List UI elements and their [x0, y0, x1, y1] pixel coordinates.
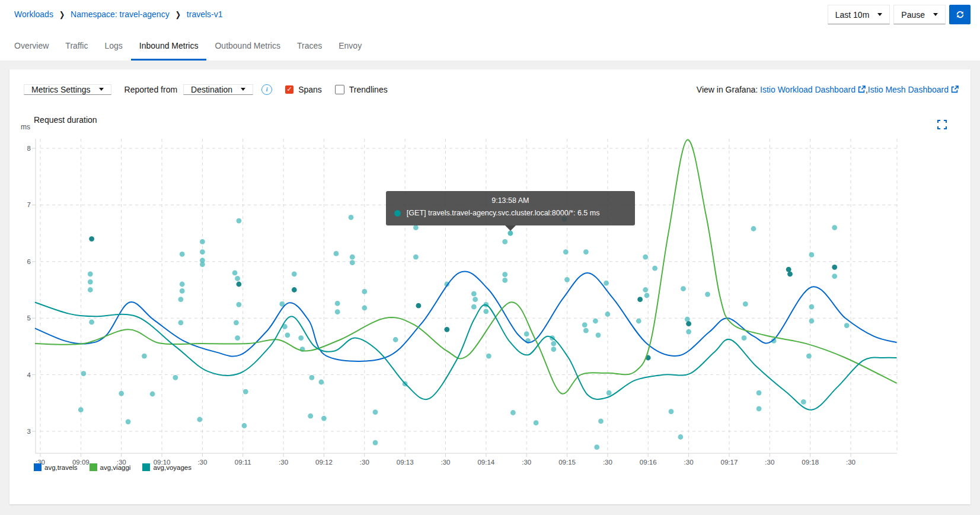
span-dot[interactable] — [119, 391, 124, 396]
span-dot[interactable] — [681, 286, 686, 291]
span-dot[interactable] — [756, 390, 762, 396]
span-dot[interactable] — [180, 282, 185, 287]
span-dot[interactable] — [235, 276, 240, 281]
legend-item-viaggi[interactable]: avg,viaggi — [90, 463, 131, 471]
reported-from-select[interactable]: Destination — [183, 84, 253, 95]
span-dot[interactable] — [669, 409, 674, 414]
request-duration-chart[interactable]: 345678:3009:09:3009:10:3009:11:3009:12:3… — [9, 129, 971, 470]
span-dot[interactable] — [652, 266, 657, 271]
span-dot[interactable] — [362, 289, 367, 294]
metrics-settings-select[interactable]: Metrics Settings — [24, 84, 111, 95]
span-dot[interactable] — [373, 409, 378, 415]
legend-item-voyages[interactable]: avg,voyages — [142, 463, 191, 471]
span-dot[interactable] — [150, 392, 155, 397]
span-dot[interactable] — [743, 301, 748, 307]
span-dot[interactable] — [534, 420, 539, 425]
span-dot[interactable] — [809, 319, 815, 324]
span-dot[interactable] — [237, 282, 242, 287]
span-dot[interactable] — [551, 341, 556, 346]
spans-checkbox[interactable]: ✓ Spans — [285, 85, 322, 94]
span-dot[interactable] — [756, 406, 762, 411]
hovered-span-dot[interactable] — [507, 230, 513, 237]
span-dot[interactable] — [197, 417, 202, 422]
span-dot[interactable] — [308, 414, 313, 419]
span-dot[interactable] — [413, 225, 419, 230]
span-dot[interactable] — [200, 262, 205, 267]
span-dot[interactable] — [685, 317, 690, 322]
span-dot[interactable] — [232, 271, 238, 276]
span-dot[interactable] — [486, 354, 491, 359]
grafana-workload-dashboard-link[interactable]: Istio Workload Dashboard — [760, 85, 855, 94]
span-dot[interactable] — [416, 303, 422, 309]
span-dot[interactable] — [81, 371, 87, 376]
breadcrumb-workload-name[interactable]: travels-v1 — [187, 9, 223, 19]
span-dot[interactable] — [596, 332, 601, 338]
duration-select[interactable]: Last 10m — [828, 5, 890, 24]
span-dot[interactable] — [89, 236, 94, 241]
tab-outbound-metrics[interactable]: Outbound Metrics — [206, 31, 289, 61]
span-dot[interactable] — [321, 416, 327, 421]
span-dot[interactable] — [809, 304, 815, 310]
span-dot[interactable] — [78, 407, 84, 412]
span-dot[interactable] — [636, 319, 641, 324]
breadcrumb-workloads[interactable]: Workloads — [14, 9, 53, 19]
tab-traffic[interactable]: Traffic — [57, 31, 96, 61]
span-dot[interactable] — [180, 252, 185, 257]
span-dot[interactable] — [832, 225, 837, 230]
span-dot[interactable] — [292, 271, 297, 276]
span-dot[interactable] — [242, 423, 247, 428]
span-dot[interactable] — [473, 297, 478, 302]
span-dot[interactable] — [444, 327, 449, 332]
span-dot[interactable] — [285, 332, 291, 338]
span-dot[interactable] — [142, 354, 147, 359]
span-dot[interactable] — [502, 272, 507, 277]
span-dot[interactable] — [173, 375, 178, 380]
span-dot[interactable] — [413, 255, 419, 260]
span-dot[interactable] — [605, 311, 611, 317]
span-dot[interactable] — [806, 354, 812, 359]
span-dot[interactable] — [350, 255, 355, 260]
span-dot[interactable] — [686, 329, 691, 335]
span-dot[interactable] — [510, 410, 516, 415]
span-dot[interactable] — [180, 288, 185, 294]
span-dot[interactable] — [335, 301, 340, 306]
span-dot[interactable] — [471, 291, 477, 297]
span-dot[interactable] — [349, 215, 354, 220]
span-dot[interactable] — [88, 279, 93, 285]
grafana-mesh-dashboard-link[interactable]: Istio Mesh Dashboard — [868, 85, 949, 94]
span-dot[interactable] — [88, 287, 93, 293]
refresh-interval-select[interactable]: Pause — [893, 5, 946, 24]
span-dot[interactable] — [564, 277, 570, 282]
span-dot[interactable] — [502, 239, 507, 244]
span-dot[interactable] — [637, 297, 643, 302]
span-dot[interactable] — [787, 271, 793, 276]
span-dot[interactable] — [334, 251, 339, 256]
tab-inbound-metrics[interactable]: Inbound Metrics — [131, 31, 207, 61]
span-dot[interactable] — [335, 309, 340, 314]
tab-envoy[interactable]: Envoy — [330, 31, 370, 61]
span-dot[interactable] — [234, 320, 239, 325]
span-dot[interactable] — [643, 255, 648, 260]
span-dot[interactable] — [243, 389, 248, 395]
span-dot[interactable] — [643, 287, 648, 293]
trendlines-checkbox[interactable]: Trendlines — [335, 85, 388, 94]
span-dot[interactable] — [350, 260, 355, 265]
expand-chart-icon[interactable] — [937, 120, 947, 129]
span-dot[interactable] — [319, 380, 324, 385]
span-dot[interactable] — [583, 249, 589, 255]
span-dot[interactable] — [292, 287, 297, 293]
span-dot[interactable] — [678, 434, 684, 440]
span-dot[interactable] — [742, 335, 747, 341]
span-dot[interactable] — [309, 375, 315, 380]
span-dot[interactable] — [562, 217, 567, 222]
span-dot[interactable] — [801, 399, 806, 405]
span-dot[interactable] — [604, 281, 609, 286]
span-dot[interactable] — [502, 278, 507, 283]
refresh-button[interactable] — [949, 5, 971, 24]
span-dot[interactable] — [200, 249, 205, 255]
span-dot[interactable] — [200, 239, 205, 244]
span-dot[interactable] — [393, 337, 398, 342]
info-icon[interactable]: i — [261, 84, 272, 95]
span-dot[interactable] — [178, 297, 184, 302]
tab-traces[interactable]: Traces — [289, 31, 330, 61]
